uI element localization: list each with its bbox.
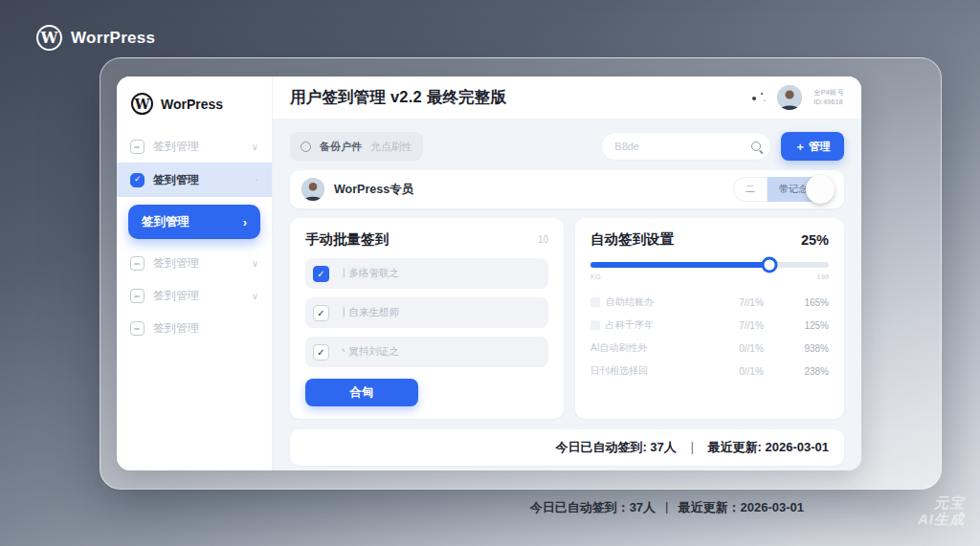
summary-last-updated: 最近更新: 2026-03-01 bbox=[708, 439, 829, 456]
setting-right-value: 165% bbox=[785, 297, 829, 308]
submit-checkin-button[interactable]: 合甸 bbox=[305, 379, 418, 406]
chevron-down-icon: ∨ bbox=[252, 142, 258, 152]
user-info: 全P4账号 ID:49618 bbox=[813, 88, 844, 107]
auto-checkin-card: 自动签到设置 25% KG 199 自助结账办 7 bbox=[575, 218, 844, 419]
checkbox-label: 丶翼抖刘证之 bbox=[339, 345, 399, 359]
checkbox-checked-icon[interactable]: ✓ bbox=[313, 344, 329, 360]
setting-right-value: 938% bbox=[785, 343, 829, 354]
user-name: 全P4账号 bbox=[813, 88, 844, 98]
search-box bbox=[601, 132, 771, 161]
checkbox-label: 丨多络管联之 bbox=[339, 267, 399, 280]
auto-card-percent: 25% bbox=[801, 232, 829, 248]
bullet-icon bbox=[590, 297, 600, 307]
manual-card-title: 手动批量签到 bbox=[305, 230, 389, 249]
wordpress-logo-icon: W bbox=[131, 93, 153, 115]
sparkle-icon[interactable] bbox=[750, 91, 766, 104]
setting-label: 日刊相选择回 bbox=[590, 364, 718, 378]
footer-last-updated: 最近更新：2026-03-01 bbox=[679, 499, 805, 516]
toggle-off-label: 二 bbox=[733, 177, 768, 202]
setting-label: 自助结账办 bbox=[590, 295, 718, 309]
sidebar-item-label: 签到管理 bbox=[142, 214, 189, 230]
sidebar-item-checkin-2-active-group[interactable]: 签到管理 · bbox=[117, 163, 272, 197]
sidebar-item-label: 签到管理 bbox=[153, 172, 199, 188]
auto-slider: KG 199 bbox=[590, 262, 829, 281]
checkbox-row-3[interactable]: ✓ 丶翼抖刘证之 bbox=[305, 337, 548, 367]
sidebar: W WorPress 签到管理 ∨ 签到管理 · 签到管理 › 签到管理 ∨ bbox=[117, 76, 273, 470]
toggle-knob[interactable] bbox=[806, 175, 835, 204]
setting-label: AI自动刷性外 bbox=[590, 341, 718, 355]
topbar: 用户签到管理 v2.2 最终完整版 全P4账号 ID:49618 bbox=[273, 76, 861, 120]
settings-rows: 自助结账办 7//1% 165% 占科千序年 7//1% 125% AI自动刷性… bbox=[590, 291, 829, 382]
filter-chip[interactable]: 备份户件 允点刷性 bbox=[290, 132, 423, 161]
outer-brand: W WorrPress bbox=[36, 25, 155, 51]
sidebar-brand-name: WorPress bbox=[161, 97, 223, 112]
sidebar-logo: W WorPress bbox=[117, 76, 272, 128]
chevron-down-icon: ∨ bbox=[252, 258, 258, 269]
bullet-icon bbox=[590, 320, 600, 330]
status-toggle[interactable]: 二 带记念 bbox=[733, 177, 833, 202]
summary-bar: 今日已自动签到: 37人 ｜ 最近更新: 2026-03-01 bbox=[290, 429, 844, 466]
footer-divider: | bbox=[665, 499, 668, 516]
app-window: W WorPress 签到管理 ∨ 签到管理 · 签到管理 › 签到管理 ∨ bbox=[117, 76, 861, 470]
user-row: WorPress专员 二 带记念 bbox=[290, 170, 844, 208]
printer-icon bbox=[130, 289, 145, 303]
checkbox-row-1[interactable]: ✓ 丨多络管联之 bbox=[305, 258, 548, 289]
wordpress-logo-icon: W bbox=[36, 25, 62, 51]
avatar bbox=[301, 178, 324, 201]
checkbox-checked-icon[interactable]: ✓ bbox=[313, 266, 329, 282]
footer-signed-count: 今日已自动签到：37人 bbox=[530, 499, 656, 516]
topbar-right: 全P4账号 ID:49618 bbox=[750, 85, 844, 110]
ai-watermark: 元宝 AI生成 bbox=[918, 494, 965, 528]
setting-right-value: 238% bbox=[785, 366, 829, 377]
sidebar-nav: 签到管理 ∨ 签到管理 · 签到管理 › 签到管理 ∨ 签到管理 ∨ bbox=[117, 130, 272, 344]
cards-row: 手动批量签到 10 ✓ 丨多络管联之 ✓ 丨自来生想师 ✓ 丶翼抖刘证之 合甸 bbox=[290, 218, 844, 419]
sidebar-item-checkin-3[interactable]: 签到管理 ∨ bbox=[117, 247, 272, 279]
outer-brand-name: WorrPress bbox=[71, 29, 155, 48]
summary-divider: ｜ bbox=[686, 439, 699, 456]
checkbox-label: 丨自来生想师 bbox=[339, 306, 399, 319]
chevron-right-icon: › bbox=[243, 215, 247, 229]
sidebar-item-checkin-active-button[interactable]: 签到管理 › bbox=[128, 205, 260, 239]
badge-check-icon bbox=[130, 173, 145, 187]
dot-icon: · bbox=[256, 175, 258, 186]
watermark-line2: AI生成 bbox=[918, 511, 965, 527]
search-input[interactable] bbox=[614, 141, 751, 152]
toolbar: 备份户件 允点刷性 ＋ 管理 bbox=[273, 120, 861, 170]
filter-secondary-label: 允点刷性 bbox=[370, 140, 412, 154]
user-row-name: WorPress专员 bbox=[334, 182, 413, 198]
sidebar-item-label: 签到管理 bbox=[153, 139, 199, 155]
setting-label: 占科千序年 bbox=[590, 318, 718, 332]
frame-icon bbox=[130, 321, 145, 336]
search-icon[interactable] bbox=[751, 142, 761, 151]
filter-primary-label: 备份户件 bbox=[320, 140, 362, 154]
setting-mid-value: 0//1% bbox=[718, 343, 785, 354]
square-icon bbox=[130, 140, 145, 154]
avatar[interactable] bbox=[777, 85, 802, 110]
setting-mid-value: 7//1% bbox=[718, 320, 785, 331]
setting-row-2: 占科千序年 7//1% 125% bbox=[590, 314, 829, 337]
checkbox-checked-icon[interactable]: ✓ bbox=[313, 305, 329, 321]
sidebar-item-checkin-1[interactable]: 签到管理 ∨ bbox=[117, 130, 272, 163]
slider-thumb[interactable] bbox=[761, 257, 777, 273]
setting-row-4: 日刊相选择回 0//1% 238% bbox=[590, 360, 829, 382]
checkbox-row-2[interactable]: ✓ 丨自来生想师 bbox=[305, 297, 548, 328]
sidebar-item-checkin-4[interactable]: 签到管理 ∨ bbox=[117, 279, 272, 312]
page-title: 用户签到管理 v2.2 最终完整版 bbox=[290, 87, 506, 108]
manual-checkin-card: 手动批量签到 10 ✓ 丨多络管联之 ✓ 丨自来生想师 ✓ 丶翼抖刘证之 合甸 bbox=[290, 218, 564, 419]
chevron-down-icon: ∨ bbox=[252, 291, 258, 301]
slider-min-label: KG bbox=[590, 273, 601, 281]
manual-card-header: 手动批量签到 10 bbox=[305, 230, 548, 249]
setting-right-value: 125% bbox=[785, 320, 829, 331]
setting-row-1: 自助结账办 7//1% 165% bbox=[590, 291, 829, 314]
slider-max-label: 199 bbox=[816, 273, 829, 281]
setting-row-3: AI自动刷性外 0//1% 938% bbox=[590, 337, 829, 360]
auto-card-title: 自动签到设置 bbox=[590, 230, 674, 249]
slider-fill bbox=[590, 262, 769, 268]
slider-track[interactable] bbox=[590, 262, 829, 268]
setting-mid-value: 7//1% bbox=[718, 297, 785, 308]
sidebar-item-label: 签到管理 bbox=[153, 320, 199, 337]
add-button[interactable]: ＋ 管理 bbox=[781, 132, 844, 161]
sidebar-item-checkin-5[interactable]: 签到管理 bbox=[117, 312, 272, 344]
filter-icon bbox=[301, 142, 311, 152]
auto-card-header: 自动签到设置 25% bbox=[590, 230, 829, 249]
